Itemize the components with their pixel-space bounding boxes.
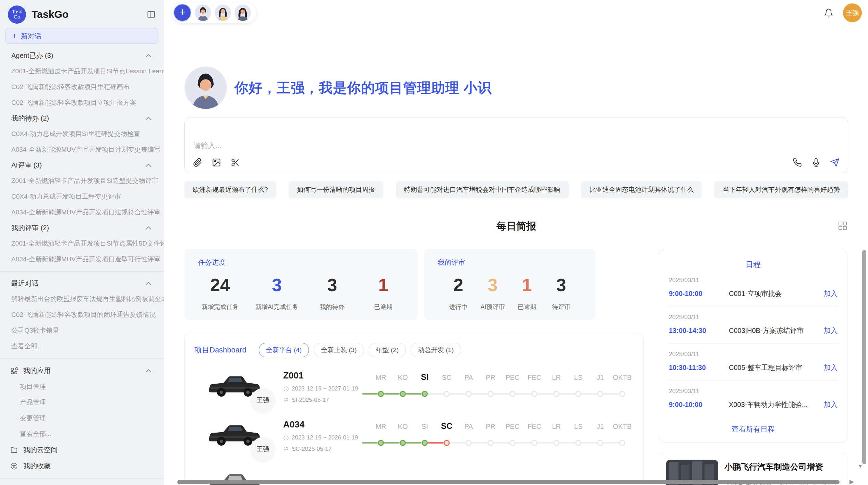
milestone-connector bbox=[384, 393, 400, 395]
suggestion-chip[interactable]: 如何写一份清晰的项目周报 bbox=[289, 181, 383, 198]
milestone: FEC bbox=[516, 423, 538, 446]
milestone-dot bbox=[553, 391, 559, 397]
milestone: FEC bbox=[516, 374, 538, 397]
stat-value: 3 bbox=[315, 275, 349, 295]
milestone-dot bbox=[400, 440, 406, 446]
join-meeting-link[interactable]: 加入 bbox=[824, 289, 837, 298]
dashboard-tab[interactable]: 动总开发 (1) bbox=[411, 343, 461, 357]
attachment-paperclip-icon[interactable] bbox=[193, 158, 202, 167]
stat-value: 1 bbox=[510, 275, 544, 295]
recent-chats-header[interactable]: 最近对话 bbox=[0, 276, 164, 291]
milestone-label: OKTB bbox=[613, 423, 631, 431]
project-row[interactable]: 王强 Z001 2023-12-19 ~ 2027-01-19 bbox=[194, 370, 634, 403]
recent-chat-item[interactable]: 公司Q3轻卡销量 bbox=[0, 323, 164, 338]
recent-chat-items: 解释最新出台的欧盟报废车法规再生塑料比例被调至15%... C02-飞腾新能源轻… bbox=[0, 291, 164, 338]
new-chat-button[interactable]: + 新对话 bbox=[5, 28, 158, 44]
view-all-schedule-link[interactable]: 查看所有日程 bbox=[668, 424, 838, 434]
dashboard-tab[interactable]: 年型 (2) bbox=[369, 343, 406, 357]
vertical-scrollbar-thumb[interactable] bbox=[862, 250, 866, 464]
milestone-connector bbox=[581, 442, 597, 444]
apps-view-all-link[interactable]: 查看全部... bbox=[0, 426, 164, 442]
recent-view-all-link[interactable]: 查看全部... bbox=[0, 338, 164, 354]
stat: 1 已逾期 bbox=[510, 275, 544, 311]
milestone: LR bbox=[538, 374, 559, 397]
flag-icon bbox=[283, 397, 289, 403]
stat-list: 24 新增完成任务 3 新增AI完成任务 bbox=[198, 275, 404, 311]
app-sub-item[interactable]: 项目管理 bbox=[0, 379, 164, 395]
dashboard-tab[interactable]: 全新平台 (4) bbox=[259, 343, 309, 357]
sidebar-section-header[interactable]: 我的评审 (2) bbox=[0, 220, 164, 236]
sidebar-list-item[interactable]: A034-全新新能源MUV产品开发项目计划变更表编写 bbox=[0, 142, 164, 158]
sidebar-section-header[interactable]: AI评审 (3) bbox=[0, 158, 164, 173]
milestone: SC bbox=[428, 374, 450, 397]
join-meeting-link[interactable]: 加入 bbox=[824, 400, 837, 409]
sidebar-list-item[interactable]: C02-飞腾新能源轻客改款项目立项汇报方案 bbox=[0, 95, 164, 111]
sidebar-section-header[interactable]: 我的待办 (2) bbox=[0, 111, 164, 126]
milestone-dot bbox=[597, 391, 603, 397]
sidebar-item-favorites[interactable]: 我的收藏 bbox=[0, 458, 164, 474]
sidebar-list-item[interactable]: C02-飞腾新能源轻客改款项目里程碑画布 bbox=[0, 79, 164, 95]
sidebar-item-cloud-space[interactable]: 我的云空间 bbox=[0, 442, 164, 458]
input-actions-left bbox=[193, 158, 240, 167]
agent-avatar-2[interactable] bbox=[215, 4, 231, 21]
sidebar-list-item[interactable]: A034-全新新能源MUV产品开发项目法规符合性评审 bbox=[0, 204, 164, 220]
recent-chat-item[interactable]: 解释最新出台的欧盟报废车法规再生塑料比例被调至15%... bbox=[0, 291, 164, 307]
milestone: OKTB bbox=[603, 423, 625, 446]
clock-icon bbox=[283, 435, 289, 441]
layout-grid-icon[interactable] bbox=[838, 221, 847, 231]
milestone-dot bbox=[575, 391, 581, 397]
milestone-connector bbox=[472, 442, 487, 444]
greeting-row: 你好，王强，我是你的项目管理助理 小识 bbox=[184, 66, 848, 109]
milestone: PEC bbox=[494, 374, 516, 397]
suggestion-chip[interactable]: 特朗普可能对进口汽车增税会对中国车企造成哪些影响 bbox=[396, 181, 569, 198]
project-row[interactable]: 王强 A034 2023-12-19 ~ 2026-01-19 bbox=[194, 419, 634, 452]
agent-avatar-1[interactable] bbox=[195, 4, 211, 21]
sidebar-list-item[interactable]: Z001-全新燃油轻卡产品开发项目SI节点属性5D文件评审 bbox=[0, 236, 164, 251]
dashboard-header: 项目Dashboard 全新平台 (4) 全新上装 (3) 年型 (2) bbox=[194, 343, 634, 357]
milestone-label: J1 bbox=[596, 423, 604, 431]
stat-list: 2 进行中 3 AI预评审 bbox=[438, 275, 582, 311]
sidebar-section: 我的评审 (2) Z001-全新燃油轻卡产品开发项目SI节点属性5D文件评审 A… bbox=[0, 220, 164, 267]
suggestion-chip[interactable]: 比亚迪全固态电池计划具体说了什么 bbox=[581, 181, 702, 198]
recent-chat-item[interactable]: C02-飞腾新能源轻客改款项目的闭环通告反馈情况 bbox=[0, 307, 164, 323]
sidebar-collapse-icon[interactable] bbox=[147, 10, 156, 19]
phone-call-icon[interactable] bbox=[793, 158, 802, 167]
stat-value: 3 bbox=[255, 275, 298, 295]
sidebar-list-item[interactable]: Z001-全新燃油轻卡产品开发项目SI造型提交物评审 bbox=[0, 173, 164, 189]
join-meeting-link[interactable]: 加入 bbox=[824, 363, 837, 372]
user-avatar[interactable]: 王强 bbox=[843, 3, 862, 22]
horizontal-scrollbar-thumb[interactable] bbox=[177, 480, 840, 484]
sidebar-item-my-apps[interactable]: 我的应用 bbox=[0, 363, 164, 379]
favorites-label: 我的收藏 bbox=[23, 461, 152, 471]
agent-avatar-3[interactable] bbox=[234, 4, 251, 21]
milestone-dot bbox=[553, 440, 559, 446]
milestone-connector bbox=[516, 393, 531, 395]
scroll-right-arrow-icon[interactable]: ▶ bbox=[849, 478, 854, 485]
microphone-icon[interactable] bbox=[811, 158, 821, 167]
join-meeting-link[interactable]: 加入 bbox=[824, 326, 837, 335]
app-sub-item[interactable]: 变更管理 bbox=[0, 410, 164, 426]
project-name: Z001 bbox=[283, 370, 362, 381]
suggestion-chip[interactable]: 欧洲新规最近颁布了什么? bbox=[184, 181, 276, 198]
dashboard-tab[interactable]: 全新上装 (3) bbox=[314, 343, 364, 357]
milestone: SC bbox=[428, 423, 450, 446]
sidebar-list-item[interactable]: C0X4-动力总成开发项目工程变更评审 bbox=[0, 189, 164, 204]
scissors-icon[interactable] bbox=[231, 158, 240, 167]
sidebar-list-item[interactable]: C0X4-动力总成开发项目SI里程碑提交物检查 bbox=[0, 126, 164, 142]
star-circle-icon bbox=[10, 462, 18, 470]
send-icon[interactable] bbox=[830, 158, 840, 167]
sidebar-section-header[interactable]: Agent已办 (3) bbox=[0, 48, 164, 63]
sidebar-list-item[interactable]: A034-全新新能源MUV产品开发项目造型可行性评审 bbox=[0, 251, 164, 267]
suggestion-chip[interactable]: 当下年轻人对汽车外观有怎样的喜好趋势 bbox=[714, 181, 848, 198]
notifications-bell-icon[interactable] bbox=[824, 8, 833, 18]
add-conversation-button[interactable]: + bbox=[173, 4, 191, 22]
milestone-connector bbox=[472, 393, 487, 395]
scroll-down-arrow-icon[interactable]: ▼ bbox=[858, 463, 863, 469]
stat: 24 新增完成任务 bbox=[202, 275, 239, 311]
sidebar-list-item[interactable]: Z001-全新燃油皮卡产品开发项目SI节点Lesson Learn报告 bbox=[0, 63, 164, 79]
chat-input-box[interactable]: 请输入... bbox=[184, 117, 848, 173]
milestone-dot bbox=[466, 440, 472, 446]
sidebar-item-ai-staff[interactable]: AI超级员工 bbox=[0, 483, 164, 485]
app-sub-item[interactable]: 产品管理 bbox=[0, 395, 164, 410]
image-upload-icon[interactable] bbox=[212, 158, 221, 167]
